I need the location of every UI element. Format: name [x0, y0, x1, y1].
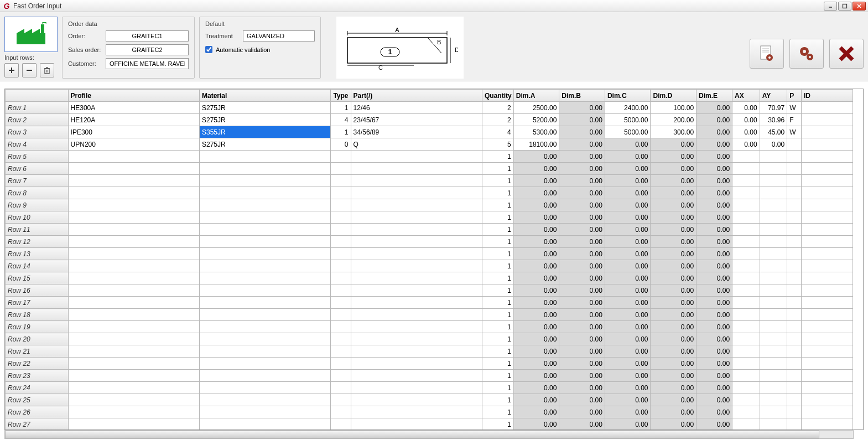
svg-point-30 — [768, 56, 771, 59]
input-rows-label: Input rows: — [4, 54, 58, 61]
document-gear-icon — [757, 44, 776, 63]
titlebar: G Fast Order Input — [0, 0, 868, 12]
remove-row-button[interactable] — [22, 63, 37, 77]
document-settings-button[interactable] — [750, 39, 784, 69]
svg-marker-7 — [32, 29, 40, 33]
diagram-label-a: A — [395, 27, 399, 33]
order-data-group: Order data Order: Sales order: Customer: — [62, 17, 195, 79]
auto-validation-label: Automatic validation — [216, 46, 270, 53]
order-label: Order: — [68, 33, 101, 39]
default-group: Default Treatment Automatic validation — [199, 17, 321, 79]
minimize-button[interactable] — [824, 2, 837, 11]
gears-icon — [797, 44, 816, 63]
auto-validation-checkbox[interactable] — [205, 46, 212, 53]
sales-order-field[interactable] — [106, 44, 189, 55]
add-row-button[interactable] — [4, 63, 19, 77]
diagram-label-b: B — [437, 39, 441, 45]
svg-marker-6 — [24, 29, 32, 33]
diagram-numeral: 1 — [388, 48, 392, 56]
order-field[interactable] — [106, 30, 189, 42]
diagram-label-d: D — [455, 46, 458, 53]
default-legend: Default — [205, 20, 315, 27]
profile-diagram: A C D B 1 — [336, 17, 464, 79]
factory-button[interactable] — [4, 17, 58, 52]
top-panel: Input rows: Order data Order: Sales orde… — [0, 12, 868, 81]
diagram-label-c: C — [378, 64, 383, 70]
customer-field[interactable] — [106, 58, 189, 69]
svg-rect-8 — [41, 24, 44, 33]
customer-label: Customer: — [68, 60, 101, 67]
x-icon — [837, 44, 856, 63]
trash-icon — [43, 66, 51, 74]
order-data-legend: Order data — [68, 20, 189, 27]
treatment-field[interactable] — [243, 30, 315, 42]
treatment-label: Treatment — [205, 33, 238, 39]
close-button[interactable] — [853, 2, 866, 11]
svg-point-34 — [809, 56, 811, 58]
app-icon: G — [2, 2, 11, 11]
sales-order-label: Sales order: — [68, 46, 101, 53]
delete-row-button[interactable] — [40, 63, 54, 77]
maximize-button[interactable] — [838, 2, 851, 11]
svg-marker-5 — [17, 29, 24, 33]
cancel-button[interactable] — [829, 39, 864, 69]
svg-rect-12 — [45, 69, 49, 74]
process-button[interactable] — [789, 39, 824, 69]
svg-rect-4 — [17, 33, 45, 44]
factory-icon — [13, 22, 49, 46]
svg-point-33 — [803, 50, 806, 53]
window-title: Fast Order Input — [13, 2, 824, 10]
svg-rect-1 — [843, 4, 847, 8]
